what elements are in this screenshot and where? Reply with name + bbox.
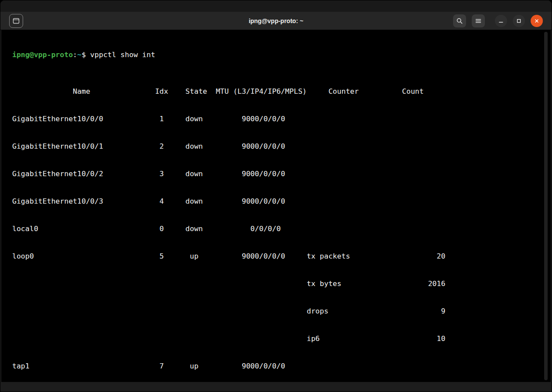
terminal-line: GigabitEthernet10/0/0 1 down 9000/0/0/0 [12, 114, 551, 123]
command-text: vppctl show int [90, 51, 155, 59]
terminal-window: ipng@vpp-proto: ~ [0, 0, 552, 392]
terminal-line: ip6 10 [12, 334, 551, 343]
terminal-line: loop0 5 up 9000/0/0/0 tx packets 20 [12, 252, 551, 261]
minimize-button[interactable] [495, 15, 507, 27]
prompt-colon: : [73, 51, 77, 59]
search-icon [456, 17, 463, 24]
terminal-line: tx bytes 2016 [12, 279, 551, 288]
prompt-path: ~ [77, 51, 82, 59]
terminal-line: GigabitEthernet10/0/3 4 down 9000/0/0/0 [12, 197, 551, 206]
close-button[interactable] [531, 15, 543, 27]
hamburger-menu-icon [475, 17, 482, 24]
prompt-dollar: $ [82, 51, 90, 59]
maximize-icon [516, 18, 522, 24]
minimize-icon [498, 18, 504, 24]
terminal-line: GigabitEthernet10/0/2 3 down 9000/0/0/0 [12, 169, 551, 178]
search-button[interactable] [453, 14, 466, 27]
prompt-command-line: ipng@vpp-proto:~$ vppctl show int [12, 50, 551, 59]
menu-button[interactable] [472, 14, 485, 27]
maximize-button[interactable] [513, 15, 525, 27]
titlebar[interactable]: ipng@vpp-proto: ~ [0, 12, 552, 30]
terminal-line: drops 9 [12, 307, 551, 316]
window-title: ipng@vpp-proto: ~ [249, 17, 303, 24]
terminal-line: Name Idx State MTU (L3/IP4/IP6/MPLS) Cou… [12, 87, 551, 96]
new-tab-button[interactable] [9, 14, 23, 28]
close-icon [534, 18, 540, 24]
terminal-line: tap1 7 up 9000/0/0/0 [12, 361, 551, 371]
terminal-screen: ipng@vpp-proto:~$ vppctl show int Name I… [1, 30, 551, 382]
terminal-line: local0 0 down 0/0/0/0 [12, 224, 551, 233]
scrollbar-thumb[interactable] [544, 32, 548, 380]
scrollbar[interactable] [542, 31, 550, 381]
headerbar-controls [453, 14, 543, 27]
terminal-line: GigabitEthernet10/0/1 2 down 9000/0/0/0 [12, 142, 551, 151]
new-window-icon [12, 17, 20, 25]
window-top-edge [0, 0, 552, 12]
prompt-user-host: ipng@vpp-proto [12, 51, 73, 59]
terminal-viewport[interactable]: ipng@vpp-proto:~$ vppctl show int Name I… [1, 30, 551, 382]
